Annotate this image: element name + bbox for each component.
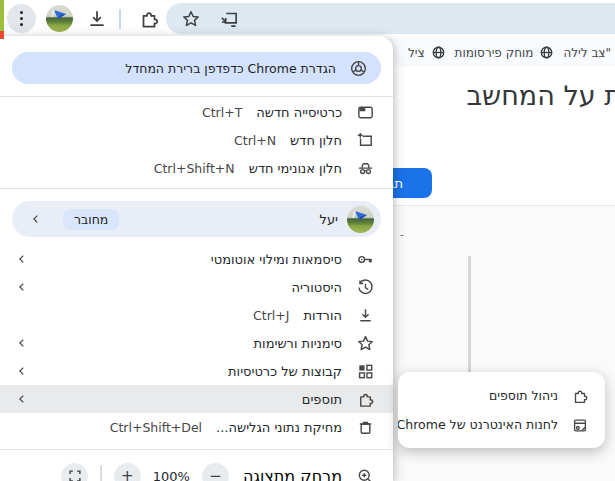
submenu-item-manage-extensions[interactable]: ניהול תוספים xyxy=(398,381,605,410)
menu-item-new-incognito-window[interactable]: חלון אנונימי חדש Ctrl+Shift+N xyxy=(0,154,393,182)
toolbar-divider xyxy=(119,9,121,29)
shortcut-label: Ctrl+J xyxy=(253,308,289,323)
fullscreen-corners-icon xyxy=(68,469,82,481)
menu-item-bookmarks[interactable]: סימניות ורשימות xyxy=(0,329,393,357)
three-dot-menu-button[interactable] xyxy=(7,4,36,33)
zoom-controls-divider xyxy=(100,465,102,481)
browser-toolbar xyxy=(0,0,615,38)
browser-window: צב לילה" מוחק פירסומות ציל ת על המחשב תג… xyxy=(0,0,615,481)
set-default-browser-item[interactable]: הגדרת Chrome כדפדפן ברירת המחדל xyxy=(12,52,381,84)
extensions-puzzle-icon xyxy=(570,386,589,405)
chrome-main-menu: הגדרת Chrome כדפדפן ברירת המחדל כרטיסייה… xyxy=(0,36,393,481)
download-icon xyxy=(356,306,375,325)
chevron-left-icon xyxy=(16,365,28,377)
menu-item-tab-groups[interactable]: קבוצות של כרטיסיות xyxy=(0,357,393,385)
trash-icon xyxy=(356,418,375,437)
page-dash: - xyxy=(400,228,404,241)
menu-item-new-window[interactable]: חלון חדש Ctrl+N xyxy=(0,126,393,154)
new-window-icon xyxy=(356,131,375,150)
incognito-icon xyxy=(356,159,375,178)
chevron-left-icon xyxy=(16,337,28,349)
star-icon xyxy=(356,334,375,353)
downloads-toolbar-icon[interactable] xyxy=(86,8,108,30)
web-store-icon xyxy=(570,415,589,434)
menu-item-clear-browsing-data[interactable]: מחיקת נתוני הגלישה... Ctrl+Shift+Del xyxy=(0,413,393,441)
page-vertical-divider xyxy=(468,256,471,374)
menu-item-new-tab[interactable]: כרטיסייה חדשה Ctrl+T xyxy=(0,98,393,126)
new-tab-icon xyxy=(356,103,375,122)
chevron-left-icon xyxy=(30,213,42,225)
zoom-label: מרחק מתצוגה xyxy=(243,467,342,481)
menu-item-extensions[interactable]: תוספים xyxy=(0,385,393,413)
screen-edge-red-strip xyxy=(0,31,4,39)
shortcut-label: Ctrl+Shift+Del xyxy=(110,420,202,435)
profile-avatar[interactable] xyxy=(46,5,73,32)
chevron-left-icon xyxy=(16,393,28,405)
globe-icon xyxy=(539,45,554,60)
signed-in-badge: מחובר xyxy=(63,209,119,230)
extensions-puzzle-icon xyxy=(356,390,375,409)
shortcut-label: Ctrl+T xyxy=(202,105,242,120)
bookmark-item[interactable]: מוחק פירסומות xyxy=(455,45,555,60)
paper-plane-icon xyxy=(46,5,73,32)
globe-icon xyxy=(431,45,446,60)
menu-item-passwords[interactable]: סיסמאות ומילוי אוטומטי xyxy=(0,245,393,273)
page-title: ת על המחשב xyxy=(466,80,615,111)
shortcut-label: Ctrl+Shift+N xyxy=(154,161,235,176)
user-avatar xyxy=(347,206,374,233)
zoom-in-button[interactable]: + xyxy=(114,463,141,481)
screen-edge-green-strip xyxy=(0,0,4,31)
menu-separator xyxy=(0,96,393,97)
extensions-submenu: ניהול תוספים לחנות האינטרנט של Chrome xyxy=(398,372,605,448)
paper-plane-icon xyxy=(347,206,374,233)
menu-separator xyxy=(0,449,393,450)
shortcut-label: Ctrl+N xyxy=(234,133,276,148)
submenu-item-chrome-web-store[interactable]: לחנות האינטרנט של Chrome xyxy=(398,410,605,439)
menu-item-history[interactable]: היסטוריה xyxy=(0,273,393,301)
zoom-out-button[interactable]: − xyxy=(202,463,229,481)
zoom-level: 100% xyxy=(153,469,190,481)
history-clock-icon xyxy=(356,278,375,297)
bookmark-star-icon[interactable] xyxy=(181,9,201,29)
three-dots-icon xyxy=(20,11,23,27)
send-to-device-icon[interactable] xyxy=(218,8,240,30)
menu-separator xyxy=(0,188,393,189)
user-name: יעל xyxy=(320,212,338,227)
extensions-toolbar-icon[interactable] xyxy=(138,8,160,30)
bookmark-item[interactable]: ציל xyxy=(408,45,446,60)
chevron-left-icon xyxy=(16,281,28,293)
chevron-left-icon xyxy=(16,253,28,265)
bookmark-item[interactable]: צב לילה" xyxy=(563,46,611,60)
key-icon xyxy=(356,250,375,269)
menu-item-downloads[interactable]: הורדות Ctrl+J xyxy=(0,301,393,329)
chrome-logo-icon xyxy=(349,59,368,78)
fullscreen-button[interactable] xyxy=(61,463,88,481)
magnifier-plus-icon xyxy=(356,467,375,481)
tab-groups-grid-icon xyxy=(356,362,375,381)
menu-item-zoom: מרחק מתצוגה + 100% − xyxy=(0,456,393,481)
address-bar[interactable] xyxy=(166,3,615,34)
profile-row[interactable]: יעל מחובר xyxy=(12,201,381,237)
set-default-browser-label: הגדרת Chrome כדפדפן ברירת המחדל xyxy=(125,61,336,76)
